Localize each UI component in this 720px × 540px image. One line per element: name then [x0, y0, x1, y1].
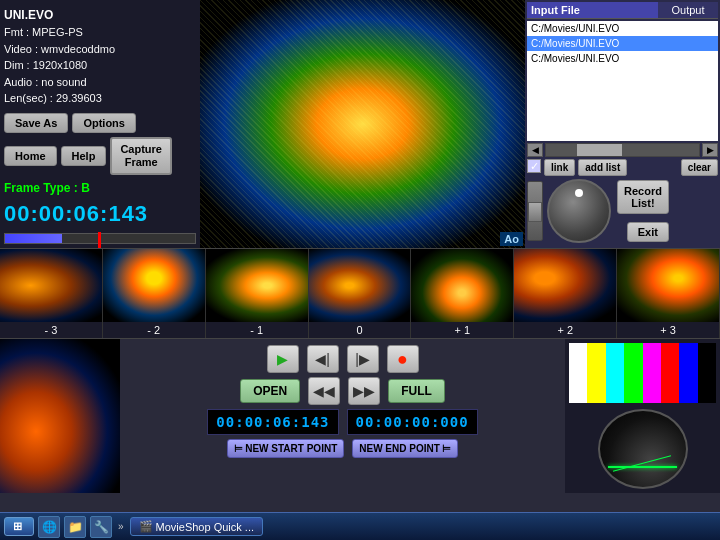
- video-frame: [200, 0, 525, 248]
- start-point-icon: ⊨: [234, 443, 243, 454]
- frame-back-button[interactable]: ◀|: [307, 345, 339, 373]
- progress-marker: [98, 232, 101, 248]
- thumb-img-minus1: [206, 249, 308, 322]
- scope-line-2: [613, 455, 671, 472]
- options-button[interactable]: Options: [72, 113, 136, 133]
- thumb-img-minus3: [0, 249, 102, 322]
- scroll-left-arrow[interactable]: ◀: [527, 143, 543, 157]
- thumb-item-0[interactable]: 0: [309, 249, 412, 338]
- taskbar-movieshop-app[interactable]: 🎬 MovieShop Quick ...: [130, 517, 263, 536]
- thumb-item-minus3[interactable]: - 3: [0, 249, 103, 338]
- left-panel: UNI.EVO Fmt : MPEG-PS Video : wmvdecoddm…: [0, 0, 200, 248]
- color-bar-green: [624, 343, 642, 403]
- record-icon: ●: [397, 349, 408, 370]
- fast-fwd-button[interactable]: ▶▶: [348, 377, 380, 405]
- save-as-button[interactable]: Save As: [4, 113, 68, 133]
- color-bars: [569, 343, 716, 403]
- thumb-label-plus3: + 3: [617, 322, 719, 338]
- thumb-item-plus1[interactable]: + 1: [411, 249, 514, 338]
- taskbar: ⊞ 🌐 📁 🔧 » 🎬 MovieShop Quick ...: [0, 512, 720, 540]
- thumb-label-minus1: - 1: [206, 322, 308, 338]
- video-info: Video : wmvdecoddmo: [4, 41, 196, 58]
- rewind-button[interactable]: ◀◀: [308, 377, 340, 405]
- color-bar-blue: [679, 343, 697, 403]
- file-list-header: Input File Output: [527, 2, 718, 19]
- new-start-point-button[interactable]: ⊨ NEW START POINT: [227, 439, 344, 458]
- full-button[interactable]: FULL: [388, 379, 445, 403]
- ao-label: Ao: [500, 232, 523, 246]
- toolbar-row2: Home Help CaptureFrame: [4, 137, 196, 175]
- clear-button[interactable]: clear: [681, 159, 718, 176]
- start-button[interactable]: ⊞: [4, 517, 34, 536]
- taskbar-icon-ie[interactable]: 🌐: [38, 516, 60, 538]
- end-timecode: 00:00:00:000: [347, 409, 478, 435]
- right-buttons-row: ✓ link add list clear: [527, 159, 718, 176]
- video-overlay: [200, 0, 525, 248]
- start-point-label: NEW START POINT: [245, 443, 337, 454]
- thumb-img-plus2: [514, 249, 616, 322]
- scroll-track[interactable]: [545, 143, 700, 157]
- end-point-icon: ⊨: [442, 443, 451, 454]
- play-button[interactable]: ▶: [267, 345, 299, 373]
- thumb-label-minus2: - 2: [103, 322, 205, 338]
- color-bar-white: [569, 343, 587, 403]
- point-row: ⊨ NEW START POINT NEW END POINT ⊨: [126, 439, 559, 458]
- home-button[interactable]: Home: [4, 146, 57, 166]
- thumb-img-plus3: [617, 249, 719, 322]
- taskbar-icon-app[interactable]: 🔧: [90, 516, 112, 538]
- progress-fill: [5, 234, 62, 243]
- format-info: Fmt : MPEG-PS: [4, 24, 196, 41]
- scroll-right-arrow[interactable]: ▶: [702, 143, 718, 157]
- help-button[interactable]: Help: [61, 146, 107, 166]
- exit-button[interactable]: Exit: [627, 222, 669, 242]
- progress-bar[interactable]: [4, 233, 196, 244]
- thumb-img-plus1: [411, 249, 513, 322]
- file-list[interactable]: C:/Movies/UNI.EVO C:/Movies/UNI.EVO C:/M…: [527, 21, 718, 141]
- link-button[interactable]: link: [544, 159, 575, 176]
- knob-area: RecordList! Exit: [527, 179, 718, 243]
- frame-type-label: Frame Type : B: [4, 179, 196, 197]
- fast-fwd-icon: ▶▶: [353, 383, 375, 399]
- timecode-row: 00:00:06:143 00:00:00:000: [126, 409, 559, 435]
- thumb-visual-minus1: [206, 249, 308, 322]
- frame-fwd-button[interactable]: |▶: [347, 345, 379, 373]
- thumb-visual-plus1: [411, 249, 513, 322]
- timecode-display: 00:00:06:143: [4, 197, 196, 229]
- top-bar: UNI.EVO Fmt : MPEG-PS Video : wmvdecoddm…: [0, 0, 720, 248]
- thumb-item-minus2[interactable]: - 2: [103, 249, 206, 338]
- windows-icon: ⊞: [13, 520, 22, 533]
- dim-info: Dim : 1920x1080: [4, 57, 196, 74]
- taskbar-app-icon: 🎬: [139, 520, 153, 533]
- thumb-item-minus1[interactable]: - 1: [206, 249, 309, 338]
- link-checkbox[interactable]: ✓: [527, 159, 541, 173]
- color-bar-red: [661, 343, 679, 403]
- waveform-scope: [598, 409, 688, 489]
- new-end-point-button[interactable]: NEW END POINT ⊨: [352, 439, 458, 458]
- file-item-2[interactable]: C:/Movies/UNI.EVO: [527, 36, 718, 51]
- toolbar-row1: Save As Options: [4, 113, 196, 133]
- knob[interactable]: [547, 179, 611, 243]
- taskbar-separator: »: [116, 521, 126, 532]
- thumb-label-plus2: + 2: [514, 322, 616, 338]
- center-controls: ▶ ◀| |▶ ● OPEN ◀◀ ▶▶ FULL 00:00:06:143: [120, 339, 565, 493]
- play-icon: ▶: [277, 351, 288, 367]
- thumb-visual-minus2: [103, 249, 205, 322]
- right-preview: [565, 339, 720, 493]
- add-list-button[interactable]: add list: [578, 159, 627, 176]
- frame-fwd-icon: |▶: [355, 351, 370, 367]
- bottom-controls: ▶ ◀| |▶ ● OPEN ◀◀ ▶▶ FULL 00:00:06:143: [0, 338, 720, 493]
- thumb-item-plus3[interactable]: + 3: [617, 249, 720, 338]
- record-list-button[interactable]: RecordList!: [617, 180, 669, 214]
- file-item-1[interactable]: C:/Movies/UNI.EVO: [527, 21, 718, 36]
- taskbar-icon-folder[interactable]: 📁: [64, 516, 86, 538]
- open-button[interactable]: OPEN: [240, 379, 300, 403]
- thumb-img-0: [309, 249, 411, 322]
- thumb-item-plus2[interactable]: + 2: [514, 249, 617, 338]
- color-bar-black: [698, 343, 716, 403]
- audio-info: Audio : no sound: [4, 74, 196, 91]
- capture-frame-button[interactable]: CaptureFrame: [110, 137, 172, 175]
- slider-handle: [528, 202, 542, 222]
- file-item-3[interactable]: C:/Movies/UNI.EVO: [527, 51, 718, 66]
- record-button[interactable]: ●: [387, 345, 419, 373]
- volume-slider[interactable]: [527, 181, 543, 241]
